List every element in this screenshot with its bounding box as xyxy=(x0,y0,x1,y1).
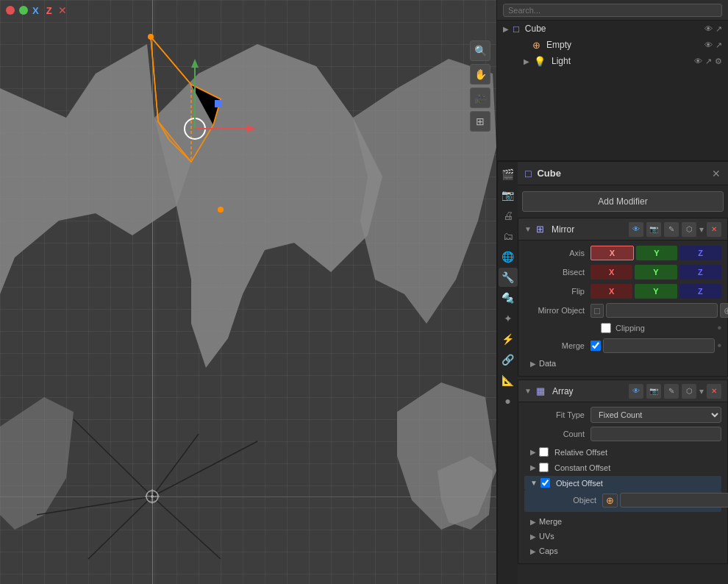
array-realtime-btn[interactable]: 👁 xyxy=(629,384,643,399)
mirror-object-picker[interactable]: ⊕ xyxy=(720,303,728,318)
mirror-merge-value[interactable]: 0.001 m xyxy=(603,338,715,353)
world-icon[interactable]: 🌐 xyxy=(499,247,518,266)
array-delete-btn[interactable]: ✕ xyxy=(707,384,721,399)
physics-icon[interactable]: ⚡ xyxy=(499,330,518,349)
pan-tool[interactable]: ✋ xyxy=(470,64,490,85)
outliner-item-cube[interactable]: ▶ □ Cube 👁 ↗ xyxy=(497,21,728,37)
side-icon-bar: 🎬 📷 🖨 🗂 🌐 🔧 🔩 ✦ ⚡ 🔗 📐 ● xyxy=(497,162,518,584)
data-icon[interactable]: 📐 xyxy=(499,371,518,390)
mirror-clipping-checkbox[interactable] xyxy=(601,323,611,333)
array-uvs-row[interactable]: ▶ UVs xyxy=(524,530,721,543)
mirror-object-controls: □ ⊕ xyxy=(590,303,728,318)
array-object-offset-row[interactable]: ▼ Object Offset xyxy=(524,476,721,490)
svg-point-1 xyxy=(148,34,154,40)
zoom-tool[interactable]: 🔍 xyxy=(470,40,490,61)
properties-wrapper: 🎬 📷 🖨 🗂 🌐 🔧 🔩 ✦ ⚡ 🔗 📐 ● □ Cube ✕ Add Mod xyxy=(497,162,728,584)
array-merge-row[interactable]: ▶ Merge xyxy=(524,515,721,528)
constraints-icon[interactable]: 🔗 xyxy=(499,350,518,369)
svg-point-2 xyxy=(218,207,224,213)
mirror-merge-dot: • xyxy=(717,339,721,352)
properties-content: □ Cube ✕ Add Modifier ▼ ⊞ Mirror 👁 📷 ✎ xyxy=(518,162,728,584)
mirror-data-label: Data xyxy=(539,359,556,368)
mirror-delete-btn[interactable]: ✕ xyxy=(707,222,721,237)
status-dot-green xyxy=(19,6,28,15)
array-caps-row[interactable]: ▶ Caps xyxy=(524,544,721,558)
mirror-merge-checkbox[interactable] xyxy=(590,341,601,351)
array-relative-label: Relative Offset xyxy=(554,448,607,457)
mirror-data-collapse[interactable]: ▶ Data xyxy=(524,357,721,370)
camera-tool[interactable]: 🎥 xyxy=(470,88,490,108)
viewport-toolbar: 🔍 ✋ 🎥 ⊞ xyxy=(470,40,490,132)
eye-icon-empty[interactable]: 👁 xyxy=(704,40,713,50)
prop-header: □ Cube ✕ xyxy=(518,162,728,185)
array-relative-arrow: ▶ xyxy=(530,448,536,456)
scene-icon[interactable]: 🎬 xyxy=(499,165,518,184)
mirror-axis-z-btn[interactable]: Z xyxy=(679,246,721,260)
select-icon-empty[interactable]: ↗ xyxy=(715,40,722,50)
outliner-item-empty[interactable]: ⊕ Empty 👁 ↗ xyxy=(497,37,728,53)
mirror-axis-x-btn[interactable]: X xyxy=(590,246,634,260)
material-icon[interactable]: ● xyxy=(499,391,518,410)
array-constant-offset-row[interactable]: ▶ Constant Offset xyxy=(524,460,721,474)
svg-line-9 xyxy=(88,496,152,559)
view-layer-icon[interactable]: 🗂 xyxy=(499,227,518,246)
array-modifier-icon: ▦ xyxy=(536,385,545,396)
prop-header-expand[interactable]: ✕ xyxy=(712,168,721,179)
viewport-close-icon[interactable]: ✕ xyxy=(58,4,67,16)
output-icon[interactable]: 🖨 xyxy=(499,206,518,225)
add-modifier-button[interactable]: Add Modifier xyxy=(522,191,724,212)
array-relative-offset-row[interactable]: ▶ Relative Offset xyxy=(524,445,721,459)
viewport-z-label: Z xyxy=(46,5,52,16)
array-edit-btn[interactable]: ✎ xyxy=(664,384,679,399)
mirror-bisect-y-btn[interactable]: Y xyxy=(635,265,677,279)
array-object-input[interactable]: Empty xyxy=(620,493,728,508)
particles-icon[interactable]: ✦ xyxy=(499,309,518,328)
object-icon[interactable]: 🔧 xyxy=(499,268,518,287)
viewport-3d[interactable]: X Z ✕ 🔍 ✋ 🎥 ⊞ xyxy=(0,0,496,584)
array-cage-btn[interactable]: ⬡ xyxy=(682,384,696,399)
mirror-more-icon[interactable]: ▾ xyxy=(699,224,704,235)
mirror-realtime-btn[interactable]: 👁 xyxy=(629,222,643,237)
render-icon[interactable]: 📷 xyxy=(499,185,518,204)
outliner-item-light[interactable]: ▶ 💡 Light 👁 ↗ ⚙ xyxy=(497,53,728,69)
array-render-btn[interactable]: 📷 xyxy=(646,384,661,399)
array-fittype-select[interactable]: Fixed Count xyxy=(590,407,721,423)
mirror-merge-controls: 0.001 m • xyxy=(590,338,721,353)
modifier-icon[interactable]: 🔩 xyxy=(499,288,518,307)
array-relative-checkbox[interactable] xyxy=(539,447,549,457)
mirror-expand-arrow[interactable]: ▼ xyxy=(524,225,532,233)
mirror-modifier: ▼ ⊞ Mirror 👁 📷 ✎ ⬡ ▾ ✕ Axis xyxy=(518,218,728,377)
mirror-flip-z-btn[interactable]: Z xyxy=(679,284,721,299)
mirror-object-input[interactable] xyxy=(606,303,718,318)
mirror-cage-btn[interactable]: ⬡ xyxy=(682,222,696,237)
mirror-bisect-z-btn[interactable]: Z xyxy=(679,265,721,279)
mirror-modifier-icon: ⊞ xyxy=(536,224,544,235)
eye-icon-light[interactable]: 👁 xyxy=(694,57,702,66)
mirror-bisect-x-btn[interactable]: X xyxy=(590,265,632,279)
array-more-icon[interactable]: ▾ xyxy=(699,386,704,396)
mirror-edit-btn[interactable]: ✎ xyxy=(664,222,679,237)
select-icon-cube[interactable]: ↗ xyxy=(715,24,722,34)
array-count-input[interactable]: 14 xyxy=(590,427,721,441)
array-constant-checkbox[interactable] xyxy=(539,463,549,472)
array-object-controls: ⊕ Empty ✕ xyxy=(602,493,728,508)
mirror-axis-controls: X Y Z xyxy=(590,246,721,260)
outliner-arrow-cube: ▶ xyxy=(503,25,510,33)
mirror-render-btn[interactable]: 📷 xyxy=(646,222,661,237)
mirror-flip-y-btn[interactable]: Y xyxy=(635,284,677,299)
svg-rect-7 xyxy=(215,100,222,107)
outliner-search[interactable] xyxy=(503,4,722,17)
outliner: ▶ □ Cube 👁 ↗ ⊕ Empty 👁 ↗ ▶ 💡 Light 👁 xyxy=(497,0,728,162)
select-icon-light[interactable]: ↗ xyxy=(705,57,712,66)
outliner-arrow-light: ▶ xyxy=(524,57,531,65)
viewport-x-label: X xyxy=(32,5,39,16)
mirror-axis-y-btn[interactable]: Y xyxy=(636,246,678,260)
mirror-flip-x-btn[interactable]: X xyxy=(590,284,632,299)
grid-tool[interactable]: ⊞ xyxy=(470,111,490,132)
array-object-offset-checkbox[interactable] xyxy=(540,478,550,488)
array-expand-arrow[interactable]: ▼ xyxy=(524,387,532,395)
mirror-modifier-controls: 👁 📷 ✎ ⬡ ▾ ✕ xyxy=(629,222,721,237)
eye-icon-cube[interactable]: 👁 xyxy=(704,24,713,34)
mirror-merge-label: Merge xyxy=(524,341,590,350)
settings-icon-light[interactable]: ⚙ xyxy=(715,57,722,66)
